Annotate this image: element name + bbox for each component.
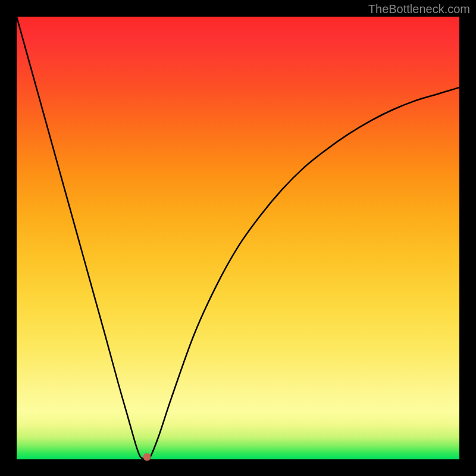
plot-area (17, 17, 459, 459)
chart-container: TheBottleneck.com (0, 0, 476, 476)
curve-svg (17, 17, 459, 459)
bottleneck-curve (17, 17, 459, 459)
watermark-text: TheBottleneck.com (368, 2, 470, 16)
optimal-point-marker (143, 453, 151, 461)
